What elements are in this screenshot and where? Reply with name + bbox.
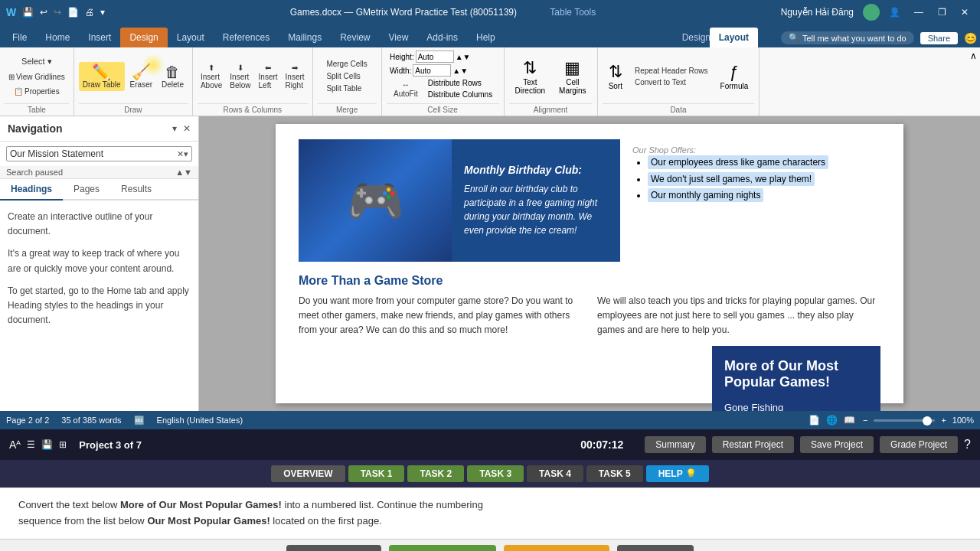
zoom-out-icon[interactable]: −: [863, 416, 867, 425]
view-read-icon[interactable]: 📖: [842, 415, 857, 425]
tell-me-search[interactable]: 🔍 Tell me what you want to do: [781, 31, 914, 44]
birthday-text: Enroll in our birthday club to participa…: [464, 182, 608, 237]
page-info: Page 2 of 2: [6, 416, 49, 425]
tab-layout-page[interactable]: Layout: [168, 28, 214, 47]
properties-button[interactable]: 📋 Properties: [5, 85, 69, 98]
text-direction-button[interactable]: ⇅ TextDirection: [509, 55, 551, 98]
next-task-button[interactable]: Next Task: [617, 545, 694, 551]
merge-cells-button[interactable]: Merge Cells: [320, 58, 373, 70]
tab-task5[interactable]: TASK 5: [586, 465, 643, 482]
tab-addins[interactable]: Add-ins: [417, 28, 467, 47]
previous-task-button[interactable]: Previous Task: [286, 545, 382, 551]
user-name: Nguyễn Hải Đăng: [781, 7, 854, 18]
share-button[interactable]: Share: [920, 32, 958, 44]
tab-task2[interactable]: TASK 2: [407, 465, 464, 482]
draw-table-button[interactable]: ✏️ Draw Table: [79, 62, 125, 91]
convert-to-text-button[interactable]: Convert to Text: [632, 77, 711, 87]
formula-button[interactable]: ƒ Formula: [714, 59, 755, 93]
tab-review[interactable]: Review: [331, 28, 379, 47]
nav-tab-pages[interactable]: Pages: [63, 179, 110, 201]
view-web-icon[interactable]: 🌐: [825, 415, 839, 425]
col-left: Do you want more from your computer game…: [299, 294, 582, 338]
tab-design-tt[interactable]: Design: [673, 28, 720, 47]
close-button[interactable]: ✕: [956, 3, 974, 21]
save-project-icon[interactable]: 💾: [41, 439, 53, 450]
tab-insert[interactable]: Insert: [79, 28, 120, 47]
zoom-slider[interactable]: [874, 419, 935, 422]
height-input[interactable]: [416, 51, 454, 63]
mark-completed-button[interactable]: Mark Completed: [389, 545, 495, 551]
nav-search-dropdown-icon[interactable]: ▾: [184, 149, 188, 159]
tab-task3[interactable]: TASK 3: [467, 465, 524, 482]
quick-save-icon[interactable]: 💾: [22, 7, 34, 18]
tab-help[interactable]: HELP 💡: [646, 465, 709, 482]
autofit-button[interactable]: ↔ AutoFit: [390, 78, 422, 100]
split-table-button[interactable]: Split Table: [320, 83, 373, 94]
view-gridlines-button[interactable]: ⊞ View Gridlines: [5, 70, 69, 83]
minimize-button[interactable]: —: [910, 3, 928, 21]
font-size-icon[interactable]: Aᴬ: [9, 439, 21, 451]
sort-icon: ⇅: [609, 62, 622, 82]
undo-icon[interactable]: ↩: [40, 7, 47, 18]
insert-right-icon: ➡: [292, 64, 298, 72]
nav-tab-headings[interactable]: Headings: [0, 179, 63, 201]
tab-home[interactable]: Home: [36, 28, 79, 47]
mark-review-button[interactable]: Mark for Review: [504, 545, 609, 551]
insert-right-button[interactable]: ➡ InsertRight: [283, 62, 308, 91]
split-cells-button[interactable]: Split Cells: [320, 70, 373, 82]
accounts-icon[interactable]: 👤: [889, 7, 900, 18]
window-controls: — ❐ ✕: [910, 3, 974, 21]
tab-references[interactable]: References: [214, 28, 279, 47]
nav-close-button[interactable]: ✕: [183, 123, 191, 134]
tab-task4[interactable]: TASK 4: [527, 465, 583, 482]
distribute-rows-button[interactable]: Distribute Rows: [425, 78, 495, 88]
height-arrows[interactable]: ▲▼: [456, 53, 471, 61]
save-project-button[interactable]: Save Project: [800, 436, 874, 453]
smiley-icon[interactable]: 😊: [964, 32, 977, 44]
help-button[interactable]: ?: [964, 438, 971, 452]
task-desc-post1: into a numbered list. Continue the numbe…: [282, 499, 483, 510]
insert-below-button[interactable]: ⬇ InsertBelow: [227, 62, 253, 91]
col1-text: Do you want more from your computer game…: [299, 294, 582, 338]
nav-search-input[interactable]: [10, 148, 177, 159]
nav-clear-icon[interactable]: ✕: [177, 149, 184, 159]
print-icon[interactable]: 🖨: [85, 7, 94, 18]
customize-icon[interactable]: ▾: [100, 7, 105, 18]
tab-view[interactable]: View: [380, 28, 418, 47]
sort-button[interactable]: ⇅ Sort: [603, 59, 629, 93]
insert-left-button[interactable]: ⬅ InsertLeft: [256, 62, 281, 91]
width-input[interactable]: [413, 64, 451, 77]
layout-icon[interactable]: ⊞: [59, 439, 67, 450]
tab-file[interactable]: File: [3, 28, 36, 47]
cell-margins-button[interactable]: ▦ CellMargins: [553, 55, 593, 98]
autofit-icon: ↔: [402, 80, 410, 89]
restart-button[interactable]: Restart Project: [712, 436, 794, 453]
settings-icon[interactable]: ☰: [27, 439, 35, 450]
insert-left-icon: ⬅: [265, 64, 271, 72]
tab-task1[interactable]: TASK 1: [348, 465, 405, 482]
tab-mailings[interactable]: Mailings: [279, 28, 331, 47]
tab-help[interactable]: Help: [467, 28, 505, 47]
redo-icon[interactable]: ↪: [54, 7, 61, 18]
tab-design[interactable]: Design: [120, 28, 167, 47]
task-desc-pre2: sequence from the list below: [18, 515, 147, 527]
tab-overview[interactable]: OVERVIEW: [271, 465, 345, 482]
nav-menu-button[interactable]: ▾: [172, 123, 177, 134]
eraser-button[interactable]: 🧹 Eraser: [126, 62, 156, 91]
view-print-icon[interactable]: 📄: [807, 415, 822, 425]
zoom-in-icon[interactable]: +: [941, 416, 946, 425]
repeat-header-rows-button[interactable]: Repeat Header Rows: [632, 66, 711, 76]
grade-button[interactable]: Grade Project: [880, 436, 958, 453]
save-icon[interactable]: 📄: [67, 7, 79, 18]
delete-button[interactable]: 🗑 Delete: [158, 62, 188, 91]
distribute-cols-button[interactable]: Distribute Columns: [425, 90, 495, 99]
select-button[interactable]: Select ▾: [5, 54, 69, 69]
restore-button[interactable]: ❐: [933, 3, 951, 21]
nav-tab-results[interactable]: Results: [110, 179, 162, 201]
width-arrows[interactable]: ▲▼: [452, 67, 468, 75]
insert-above-button[interactable]: ⬆ InsertAbove: [198, 62, 225, 91]
ribbon-collapse-button[interactable]: ∧: [967, 47, 980, 116]
status-right: 📄 🌐 📖 − + 100%: [807, 415, 974, 425]
doc-area[interactable]: 🎮 Monthly Birthday Club: Enroll in our b…: [199, 116, 980, 411]
summary-button[interactable]: Summary: [645, 436, 705, 453]
